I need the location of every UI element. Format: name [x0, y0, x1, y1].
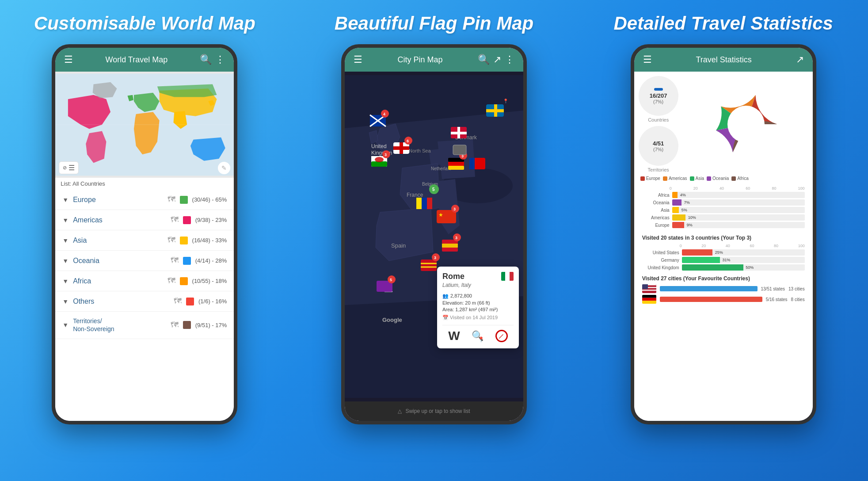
svg-text:Google: Google: [382, 317, 402, 323]
menu-icon-2[interactable]: ☰: [354, 54, 362, 65]
bar-asia-pct: 5%: [681, 207, 687, 213]
bar-americas: Americas 10%: [642, 214, 805, 221]
germany-cities: 8 cities: [791, 297, 805, 302]
svg-rect-61: [416, 198, 422, 209]
no-icon[interactable]: |: [495, 330, 508, 342]
appbar-1-title: World Travel Map: [75, 55, 198, 65]
svg-rect-36: [448, 162, 464, 166]
bar-africa-fill: [672, 192, 678, 198]
legend-asia-dot: [690, 176, 694, 181]
countries-value: 16/207: [650, 92, 667, 99]
us-bar: [660, 286, 758, 291]
svg-rect-49: [442, 248, 458, 252]
bar-europe-pct: 9%: [687, 222, 693, 228]
asia-color: [180, 237, 188, 244]
people-icon: 👥: [442, 293, 449, 299]
svg-rect-17: [400, 142, 403, 154]
filter-button[interactable]: ⊘ ☰: [59, 161, 79, 174]
svg-rect-62: [427, 198, 432, 209]
axis-labels: 020406080100: [642, 186, 805, 191]
svg-rect-37: [448, 166, 464, 170]
svg-text:📍: 📍: [503, 98, 509, 104]
africa-label: Africa: [73, 277, 163, 285]
bar-asia-fill: [672, 207, 679, 213]
more-icon-1[interactable]: ⋮: [215, 54, 225, 65]
legend-americas-dot: [663, 176, 667, 181]
germany-bar: [660, 297, 762, 302]
list-item-oceania[interactable]: ▼ Oceania 🗺 (4/14) - 28%: [55, 251, 234, 271]
menu-icon-3[interactable]: ☰: [643, 54, 652, 65]
svg-rect-33: [494, 104, 497, 117]
list-item-asia[interactable]: ▼ Asia 🗺 (16/48) - 33%: [55, 230, 234, 251]
bar-africa-track: 4%: [672, 192, 805, 198]
swipe-bar[interactable]: △ Swipe up or tap to show list: [345, 401, 523, 421]
bar-us-pct: 25%: [715, 249, 723, 256]
phone-2: ☰ City Pin Map 🔍 ↗ ⋮: [341, 44, 527, 424]
swipe-text: Swipe up or tap to show list: [405, 408, 470, 414]
asia-stats: (16/48) - 33%: [192, 237, 227, 244]
world-map-container: ⊘ ☰ ✎: [55, 72, 234, 178]
bar-africa: Africa 4%: [642, 192, 805, 198]
chevron-europe: ▼: [62, 196, 69, 203]
list-item-others[interactable]: ▼ Others 🗺 (1/6) - 16%: [55, 291, 234, 312]
city-row-us: 13/51 states 13 cities: [642, 284, 805, 293]
territories-label: Territories/Non-Sovereign: [73, 317, 166, 333]
svg-text:6: 6: [407, 139, 409, 143]
countries-label: Countries: [639, 117, 678, 122]
wikipedia-icon[interactable]: W: [448, 329, 460, 343]
states-axis: 020406080100: [642, 244, 805, 248]
svg-rect-30: [457, 127, 460, 138]
countries-circle: 16/207 (7%): [639, 76, 678, 116]
filter-icon: ⊘: [63, 165, 67, 171]
bar-asia: Asia 5%: [642, 207, 805, 213]
dark-map[interactable]: Denmark North Sea Netherla... Belgium Fr…: [345, 72, 523, 401]
share-icon-2[interactable]: ↗: [493, 54, 501, 65]
search-location-icon[interactable]: 🔍 📍: [472, 330, 483, 342]
svg-text:3: 3: [453, 207, 456, 211]
appbar-3: ☰ Travel Statistics ↗: [634, 48, 813, 72]
menu-icon-1[interactable]: ☰: [64, 54, 73, 65]
bar-americas-pct: 10%: [688, 214, 696, 221]
svg-text:3: 3: [455, 236, 457, 240]
world-map-svg: [55, 72, 234, 178]
germany-states: 5/16 states: [766, 297, 788, 302]
legend-oceania: Oceania: [707, 176, 729, 181]
list-item-americas[interactable]: ▼ Americas 🗺 (9/38) - 23%: [55, 210, 234, 230]
bar-us-track: 25%: [682, 249, 805, 256]
bar-germany-label: Germany: [642, 258, 679, 263]
phone-3: ☰ Travel Statistics ↗ 16/207 (7%): [631, 44, 816, 424]
share-icon-3[interactable]: ↗: [796, 54, 804, 65]
popup-actions: W 🔍 📍 |: [442, 325, 514, 343]
chevron-americas: ▼: [62, 217, 69, 224]
bar-asia-track: 5%: [672, 207, 805, 213]
rome-popup: Rome Latium, Italy 👥 2,872,800: [437, 267, 519, 348]
list-item-europe[interactable]: ▼ Europe 🗺 (30/46) - 65%: [55, 190, 234, 210]
more-icon-2[interactable]: ⋮: [505, 54, 514, 65]
cities-subtitle: Visited 27 cities (Your Favourite Countr…: [642, 275, 805, 282]
territories-label: Territories: [639, 167, 678, 172]
phone-1: ☰ World Travel Map 🔍 ⋮: [52, 44, 237, 424]
chevron-oceania: ▼: [62, 257, 69, 264]
legend-americas: Americas: [663, 176, 687, 181]
bar-us-label: United States: [642, 250, 679, 255]
list-item-territories[interactable]: ▼ Territories/Non-Sovereign 🗺 (9/51) - 1…: [55, 312, 234, 339]
svg-text:3: 3: [735, 96, 738, 103]
list-item-africa[interactable]: ▼ Africa 🗺 (10/55) - 18%: [55, 271, 234, 291]
search-icon-2[interactable]: 🔍: [478, 54, 490, 65]
territories-color: [183, 321, 191, 329]
search-icon-1[interactable]: 🔍: [200, 54, 212, 65]
bar-europe-track: 9%: [672, 222, 805, 228]
us-cities: 13 cities: [788, 286, 805, 291]
bar-americas-track: 10%: [672, 214, 805, 221]
section-flag-pin-map: Beautiful Flag Pin Map ☰ City Pin Map 🔍 …: [289, 0, 579, 481]
africa-color: [180, 277, 188, 285]
svg-text:4: 4: [383, 112, 385, 116]
svg-rect-52: [421, 260, 437, 271]
chevron-others: ▼: [62, 298, 69, 305]
svg-text:3: 3: [385, 153, 387, 157]
section3-title: Detailed Travel Statistics: [613, 13, 833, 34]
appbar-2-title: City Pin Map: [364, 55, 476, 65]
popup-visited: 📅 Visited on 14 Jul 2019: [442, 315, 514, 321]
europe-icon: 🗺: [168, 195, 175, 204]
chevron-territories: ▼: [62, 321, 69, 328]
